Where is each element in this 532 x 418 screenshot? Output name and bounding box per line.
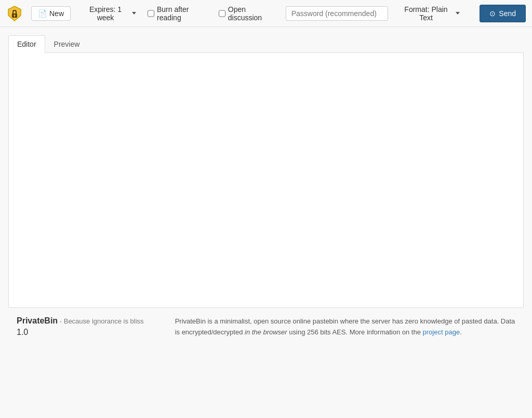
tab-editor[interactable]: Editor [8, 35, 45, 53]
footer-desc-em: in the browser [245, 328, 287, 336]
logo-icon [6, 5, 23, 22]
tab-editor-label: Editor [17, 40, 36, 48]
footer-left: PrivateBin - Because ignorance is bliss … [17, 316, 144, 337]
send-icon: ⊙ [489, 9, 496, 18]
burn-after-reading-checkbox[interactable] [148, 10, 154, 17]
new-doc-icon: 📄 [38, 9, 47, 18]
app-name: PrivateBin [17, 316, 58, 325]
project-page-link[interactable]: project page [423, 328, 460, 336]
navbar: 📄 New Expires: 1 week Burn after reading… [0, 0, 532, 27]
new-button[interactable]: 📄 New [31, 6, 71, 21]
editor-container [8, 53, 524, 308]
format-dropdown[interactable]: Format: Plain Text [396, 3, 463, 24]
footer-desc-end: . [460, 328, 462, 336]
editor-textarea[interactable] [9, 53, 523, 307]
app-tagline: - Because ignorance is bliss [60, 317, 144, 325]
app-name-line: PrivateBin - Because ignorance is bliss [17, 316, 144, 326]
app-version: 1.0 [17, 328, 144, 337]
discussion-label-text: Open discussion [228, 5, 277, 22]
send-button[interactable]: ⊙ Send [480, 5, 526, 22]
open-discussion-label[interactable]: Open discussion [219, 5, 277, 22]
tab-bar: Editor Preview [8, 35, 524, 53]
open-discussion-checkbox[interactable] [219, 10, 225, 17]
svg-rect-3 [14, 16, 15, 17]
send-button-label: Send [499, 9, 516, 18]
burn-label-text: Burn after reading [157, 5, 210, 22]
expires-dropdown[interactable]: Expires: 1 week [79, 3, 139, 24]
format-label: Format: Plain Text [400, 5, 453, 22]
new-button-label: New [49, 9, 64, 18]
expires-caret-icon [132, 12, 136, 15]
footer: PrivateBin - Because ignorance is bliss … [8, 308, 524, 338]
project-link-label: project page [423, 328, 460, 336]
footer-desc-part2: using 256 bits AES. More information on … [287, 328, 423, 336]
tab-preview[interactable]: Preview [45, 35, 89, 52]
footer-content: PrivateBin - Because ignorance is bliss … [17, 316, 515, 338]
tab-preview-label: Preview [54, 40, 80, 48]
expires-label: Expires: 1 week [82, 5, 129, 22]
burn-after-reading-label[interactable]: Burn after reading [148, 5, 210, 22]
format-caret-icon [456, 12, 460, 15]
main-content: Editor Preview PrivateBin - Because igno… [0, 27, 532, 346]
footer-description: PrivateBin is a minimalist, open source … [175, 316, 515, 338]
password-input[interactable] [286, 6, 388, 21]
